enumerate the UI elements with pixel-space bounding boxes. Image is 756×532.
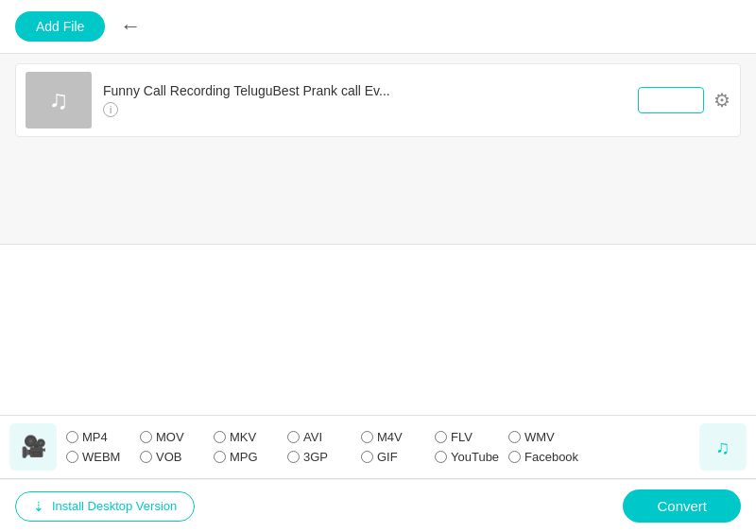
- video-format-icon-box[interactable]: 🎥: [9, 423, 57, 471]
- format-option-m4v[interactable]: M4V: [361, 430, 429, 444]
- format-label-wmv: WMV: [524, 430, 555, 444]
- install-label: Install Desktop Version: [52, 499, 177, 513]
- radio-mp4[interactable]: [66, 431, 78, 443]
- radio-mkv[interactable]: [214, 431, 226, 443]
- music-note-icon: ♫: [49, 85, 69, 115]
- format-label-facebook: Facebook: [524, 450, 578, 464]
- file-thumbnail: ♫: [26, 72, 92, 129]
- film-icon: 🎥: [21, 435, 46, 459]
- file-name: Funny Call Recording TeluguBest Prank ca…: [103, 83, 627, 98]
- format-option-avi[interactable]: AVI: [287, 430, 355, 444]
- format-option-webm[interactable]: WEBM: [66, 450, 134, 464]
- file-actions: ⚙: [638, 87, 730, 113]
- format-option-youtube[interactable]: YouTube: [435, 450, 503, 464]
- radio-gif[interactable]: [361, 451, 373, 463]
- music-icon: ♫: [716, 437, 730, 458]
- radio-m4v[interactable]: [361, 431, 373, 443]
- format-label-webm: WEBM: [82, 450, 120, 464]
- convert-button[interactable]: Convert: [623, 489, 741, 523]
- radio-avi[interactable]: [287, 431, 300, 443]
- format-option-mov[interactable]: MOV: [140, 430, 208, 444]
- empty-area: [0, 245, 756, 416]
- format-label-flv: FLV: [451, 430, 472, 444]
- add-file-button[interactable]: Add File: [15, 11, 105, 42]
- format-option-flv[interactable]: FLV: [435, 430, 503, 444]
- format-bar: 🎥 MP4 MOV MKV AVI M4V: [0, 415, 756, 479]
- arrow-icon: ←: [120, 14, 141, 39]
- format-tag[interactable]: [638, 87, 704, 113]
- top-bar: Add File ←: [0, 0, 756, 54]
- format-label-mov: MOV: [156, 430, 184, 444]
- file-info: Funny Call Recording TeluguBest Prank ca…: [103, 83, 627, 117]
- radio-3gp[interactable]: [287, 451, 300, 463]
- format-option-facebook[interactable]: Facebook: [508, 450, 578, 464]
- radio-flv[interactable]: [435, 431, 447, 443]
- format-option-gif[interactable]: GIF: [361, 450, 429, 464]
- format-option-mkv[interactable]: MKV: [214, 430, 282, 444]
- format-option-mpg[interactable]: MPG: [214, 450, 282, 464]
- format-label-youtube: YouTube: [451, 450, 499, 464]
- format-label-vob: VOB: [156, 450, 181, 464]
- format-label-mpg: MPG: [230, 450, 258, 464]
- format-label-3gp: 3GP: [303, 450, 328, 464]
- info-icon[interactable]: i: [103, 102, 118, 117]
- formats-row-2: WEBM VOB MPG 3GP GIF YouTube: [66, 450, 690, 464]
- radio-mpg[interactable]: [214, 451, 226, 463]
- format-label-mkv: MKV: [230, 430, 256, 444]
- file-item: ♫ Funny Call Recording TeluguBest Prank …: [15, 63, 741, 137]
- format-label-m4v: M4V: [377, 430, 403, 444]
- radio-webm[interactable]: [66, 451, 78, 463]
- format-option-mp4[interactable]: MP4: [66, 430, 134, 444]
- radio-vob[interactable]: [140, 451, 152, 463]
- format-option-3gp[interactable]: 3GP: [287, 450, 355, 464]
- format-label-gif: GIF: [377, 450, 398, 464]
- formats-grid: MP4 MOV MKV AVI M4V FLV: [66, 430, 690, 464]
- radio-facebook[interactable]: [508, 451, 521, 463]
- file-list: ♫ Funny Call Recording TeluguBest Prank …: [0, 54, 756, 245]
- format-option-wmv[interactable]: WMV: [508, 430, 576, 444]
- formats-row-1: MP4 MOV MKV AVI M4V FLV: [66, 430, 690, 444]
- format-option-vob[interactable]: VOB: [140, 450, 208, 464]
- format-label-avi: AVI: [303, 430, 322, 444]
- install-desktop-button[interactable]: ⇣ Install Desktop Version: [15, 491, 195, 522]
- format-label-mp4: MP4: [82, 430, 108, 444]
- radio-mov[interactable]: [140, 431, 152, 443]
- audio-format-icon-box[interactable]: ♫: [699, 423, 747, 471]
- download-icon: ⇣: [33, 499, 44, 514]
- settings-icon[interactable]: ⚙: [713, 89, 730, 112]
- bottom-bar: ⇣ Install Desktop Version Convert: [0, 479, 756, 532]
- radio-wmv[interactable]: [508, 431, 521, 443]
- radio-youtube[interactable]: [435, 451, 447, 463]
